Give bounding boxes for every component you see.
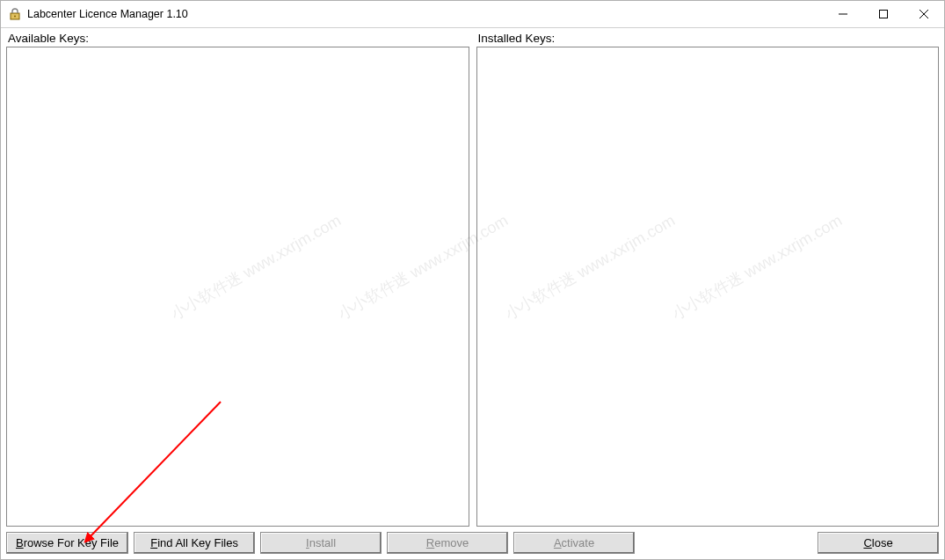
available-keys-listbox[interactable] bbox=[6, 47, 469, 527]
lock-icon bbox=[8, 7, 22, 21]
available-keys-panel: Available Keys: bbox=[6, 32, 469, 527]
browse-for-key-file-button[interactable]: Browse For Key File bbox=[6, 532, 128, 554]
activate-button[interactable]: Activate bbox=[513, 532, 635, 554]
installed-keys-label: Installed Keys: bbox=[476, 32, 940, 45]
remove-button[interactable]: Remove bbox=[387, 532, 508, 554]
installed-keys-panel: Installed Keys: bbox=[476, 32, 940, 527]
available-keys-label: Available Keys: bbox=[6, 32, 469, 45]
svg-rect-3 bbox=[880, 11, 888, 18]
close-button[interactable]: Close bbox=[818, 532, 939, 554]
installed-keys-listbox[interactable] bbox=[476, 47, 940, 527]
content-area: 小小软件迷 www.xxrjm.com 小小软件迷 www.xxrjm.com … bbox=[1, 28, 944, 559]
svg-point-1 bbox=[14, 16, 16, 18]
minimize-button[interactable] bbox=[823, 1, 863, 27]
window-controls bbox=[823, 1, 944, 27]
titlebar: Labcenter Licence Manager 1.10 bbox=[1, 1, 944, 28]
button-row: Browse For Key File Find All Key Files I… bbox=[6, 532, 939, 554]
install-button[interactable]: Install bbox=[260, 532, 382, 554]
window-title: Labcenter Licence Manager 1.10 bbox=[27, 8, 188, 20]
close-window-button[interactable] bbox=[904, 1, 944, 27]
find-all-key-files-button[interactable]: Find All Key Files bbox=[134, 532, 255, 554]
maximize-button[interactable] bbox=[863, 1, 904, 27]
panels-row: Available Keys: Installed Keys: bbox=[6, 32, 939, 527]
